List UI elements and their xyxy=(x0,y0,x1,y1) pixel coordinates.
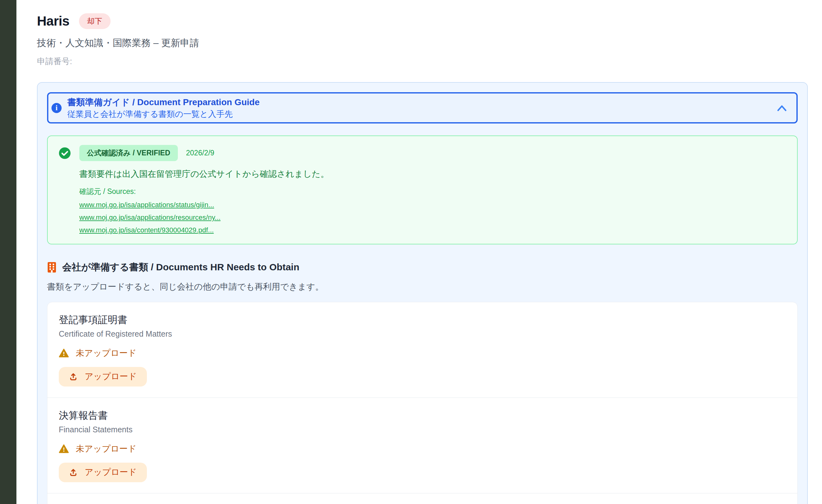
chevron-up-icon[interactable] xyxy=(776,104,788,112)
guide-subtitle: 従業員と会社が準備する書類の一覧と入手先 xyxy=(67,109,771,119)
document-title-ja: 決算報告書 xyxy=(59,410,786,421)
hr-section-header: 会社が準備する書類 / Documents HR Needs to Obtain xyxy=(47,262,798,273)
upload-icon xyxy=(69,372,78,381)
sources-label: 確認元 / Sources: xyxy=(79,187,786,196)
upload-icon xyxy=(69,468,78,477)
application-number-label: 申請番号: xyxy=(37,56,808,67)
main-content: Haris 却下 技術・人文知識・国際業務 – 更新申請 申請番号: i 書類準… xyxy=(37,0,808,504)
verified-badge: 公式確認済み / VERIFIED xyxy=(79,145,178,161)
document-card: 決算報告書 Financial Statements 未アップロード ア xyxy=(47,397,797,493)
page-title: Haris xyxy=(37,14,69,29)
left-edge-strip xyxy=(0,0,16,504)
verified-message: 書類要件は出入国在留管理庁の公式サイトから確認されました。 xyxy=(79,169,786,180)
upload-status: 未アップロード xyxy=(59,443,786,454)
source-link[interactable]: www.moj.go.jp/isa/applications/status/gi… xyxy=(79,201,214,209)
status-badge: 却下 xyxy=(79,13,110,29)
hr-section-title: 会社が準備する書類 / Documents HR Needs to Obtain xyxy=(62,262,300,273)
guide-title: 書類準備ガイド / Document Preparation Guide xyxy=(67,97,771,108)
upload-button-label: アップロード xyxy=(85,372,137,381)
verified-card: 公式確認済み / VERIFIED 2026/2/9 書類要件は出入国在留管理庁… xyxy=(47,135,798,244)
document-title-ja: 登記事項証明書 xyxy=(59,314,786,326)
page-header: Haris 却下 xyxy=(37,13,808,29)
source-link[interactable]: www.moj.go.jp/isa/content/930004029.pdf.… xyxy=(79,226,214,234)
source-link[interactable]: www.moj.go.jp/isa/applications/resources… xyxy=(79,213,221,222)
document-title-en: Financial Statements xyxy=(59,425,786,434)
verified-date: 2026/2/9 xyxy=(186,149,215,157)
upload-status-label: 未アップロード xyxy=(76,347,136,359)
document-list: 登記事項証明書 Certificate of Registered Matter… xyxy=(47,302,798,504)
upload-button[interactable]: アップロード xyxy=(59,463,147,482)
upload-button-label: アップロード xyxy=(85,468,137,477)
upload-button[interactable]: アップロード xyxy=(59,367,147,387)
document-card: 登記事項証明書 Certificate of Registered Matter… xyxy=(47,302,797,397)
upload-status: 未アップロード xyxy=(59,347,786,359)
hr-section-subtitle: 書類をアップロードすると、同じ会社の他の申請でも再利用できます。 xyxy=(47,281,798,293)
document-card: 法人税納税証明書 xyxy=(47,493,797,504)
office-building-icon xyxy=(47,262,57,273)
info-icon: i xyxy=(51,103,62,113)
warning-triangle-icon xyxy=(59,444,69,454)
document-guide-panel: i 書類準備ガイド / Document Preparation Guide 従… xyxy=(37,82,808,504)
warning-triangle-icon xyxy=(59,348,69,358)
upload-status-label: 未アップロード xyxy=(76,443,136,454)
guide-header-toggle[interactable]: i 書類準備ガイド / Document Preparation Guide 従… xyxy=(47,92,798,123)
visa-type-subtitle: 技術・人文知識・国際業務 – 更新申請 xyxy=(37,37,808,50)
check-circle-icon xyxy=(58,147,71,159)
document-title-en: Certificate of Registered Matters xyxy=(59,329,786,339)
